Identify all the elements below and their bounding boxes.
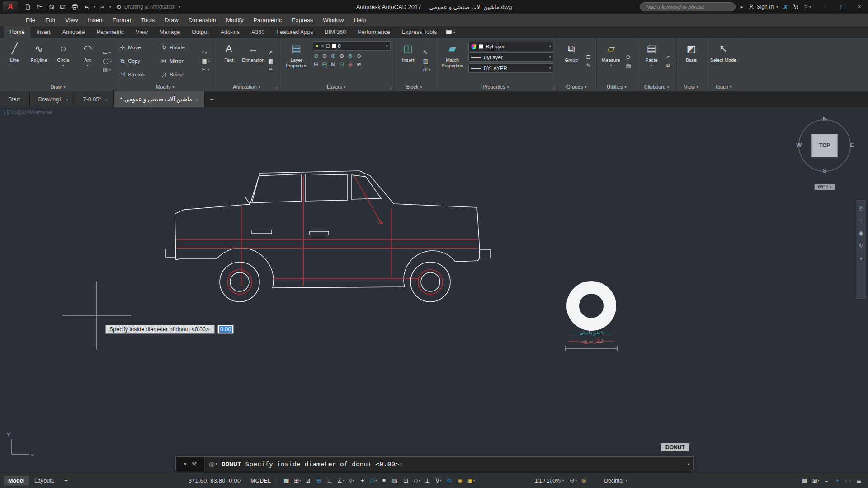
tab-parametric[interactable]: Parametric	[91, 26, 130, 38]
save-icon[interactable]	[46, 2, 57, 12]
search-go-icon[interactable]: ▸	[741, 4, 743, 10]
panel-title-touch[interactable]: Touch▾	[706, 82, 741, 91]
ribbon-display-toggle[interactable]: ▾	[446, 26, 455, 38]
panel-title-modify[interactable]: Modify▾	[116, 82, 214, 91]
open-icon[interactable]	[34, 2, 45, 12]
close-button[interactable]: ×	[851, 0, 868, 14]
active-drawing-tab[interactable]: * ماشین آلات صنعتی و عمومی ×	[114, 91, 205, 107]
save-as-icon[interactable]	[58, 2, 68, 12]
layer-unlock-icon[interactable]: ⊠	[330, 61, 335, 68]
object-color-dropdown[interactable]: ByLayer ▾	[468, 42, 553, 51]
insert-button[interactable]: ◫Insert	[396, 40, 420, 82]
panel-title-properties[interactable]: Properties▾◿	[435, 82, 556, 91]
menu-item[interactable]: Modify	[221, 14, 248, 26]
menu-item[interactable]: Edit	[40, 14, 60, 26]
tab-annotate[interactable]: Annotate	[57, 26, 91, 38]
panel-title-annotation[interactable]: Annotation▾◿	[214, 82, 278, 91]
gizmo-icon[interactable]: ↻	[444, 475, 454, 486]
sign-in-button[interactable]: Sign In ▾	[748, 4, 778, 10]
start-tab[interactable]: Start	[0, 91, 30, 107]
layer-lock-tool-icon[interactable]: ⊛	[339, 52, 344, 59]
model-tab[interactable]: Model	[4, 476, 29, 486]
viewcube-top-face[interactable]: TOP	[811, 134, 838, 157]
layer-isolate-icon[interactable]: ⊙	[322, 52, 327, 59]
panel-launcher-icon[interactable]: ◿	[275, 86, 277, 90]
tab-a360[interactable]: A360	[245, 26, 270, 38]
quick-properties-icon[interactable]: ▤	[800, 475, 810, 486]
drawing1-tab[interactable]: Drawing1 ×	[30, 91, 75, 107]
copy-to-clipboard-icon[interactable]: ⧉	[666, 62, 672, 69]
measure-button[interactable]: ▱Measure▾	[599, 40, 623, 82]
model-space-toggle[interactable]: MODEL	[247, 476, 274, 485]
group-edit-icon[interactable]: ✎	[586, 62, 592, 69]
transparency-icon[interactable]: ▨	[390, 475, 400, 486]
drawing-area[interactable]: [-][Top][2D Wireframe]	[0, 107, 868, 473]
search-input[interactable]	[645, 4, 731, 9]
zoom-icon[interactable]: ◉	[859, 230, 863, 236]
model-space-canvas[interactable]: قطر داخلی قطر بیرونی Y ×	[0, 107, 868, 473]
arc-button[interactable]: ◠Arc▾	[76, 40, 99, 82]
circle-button[interactable]: ○Circle▾	[52, 40, 75, 82]
help-search-box[interactable]	[640, 2, 736, 11]
menu-item[interactable]: Parametric	[248, 14, 287, 26]
plot-icon[interactable]	[70, 2, 80, 12]
selection-cycling-icon[interactable]: ⊡	[401, 475, 411, 486]
tab-performance[interactable]: Performance	[352, 26, 396, 38]
text-button[interactable]: AText	[217, 40, 241, 82]
menu-item[interactable]: Help	[349, 14, 371, 26]
tab-add-ins[interactable]: Add-ins	[215, 26, 245, 38]
layer-states-icon[interactable]: ≋	[356, 61, 361, 68]
base-view-button[interactable]: ◩Base	[679, 40, 703, 82]
menu-item[interactable]: Draw	[160, 14, 183, 26]
linetype-dropdown[interactable]: BYLAYER ▾	[468, 63, 553, 73]
units-button[interactable]: Decimal▾	[601, 478, 630, 484]
menu-item[interactable]: Express	[287, 14, 318, 26]
redo-icon[interactable]	[97, 2, 108, 12]
command-close-button[interactable]: ×	[184, 460, 187, 467]
new-drawing-icon[interactable]	[23, 2, 33, 12]
annotation-monitor-icon[interactable]: ⊛	[579, 475, 589, 486]
drawing-7-8-tab[interactable]: 7-8.05* ×	[75, 91, 114, 107]
tab-bim-360[interactable]: BIM 360	[319, 26, 352, 38]
tab-express-tools[interactable]: Express Tools	[396, 26, 443, 38]
panel-launcher-icon[interactable]: ◿	[552, 86, 555, 90]
layer-thaw-icon[interactable]: ⊟	[322, 61, 327, 68]
layer-freeze-tool-icon[interactable]: ⊚	[330, 52, 335, 59]
minimize-button[interactable]: –	[816, 0, 834, 14]
wcs-dropdown[interactable]: WCS▾	[815, 184, 835, 190]
layer-match-icon[interactable]: ⊜	[348, 52, 353, 59]
array-tool-icon[interactable]: ▦▾	[202, 58, 210, 64]
lock-ui-icon[interactable]: ⊠▾	[811, 475, 821, 486]
layer-walk-icon[interactable]: ⊞	[314, 61, 319, 68]
viewcube-east[interactable]: E	[850, 141, 854, 148]
3d-object-snap-icon[interactable]: ◇▾	[411, 475, 422, 486]
customization-icon[interactable]: ≣	[854, 475, 864, 486]
panel-title-draw[interactable]: Draw▾	[0, 82, 116, 91]
redo-caret-icon[interactable]: ▾	[109, 5, 112, 9]
create-block-icon[interactable]: ⊞▾	[423, 66, 431, 73]
id-point-icon[interactable]: ⊙	[626, 54, 632, 60]
panel-title-groups[interactable]: Groups▾	[557, 82, 596, 91]
quick-calculator-icon[interactable]: ▦	[626, 62, 632, 69]
undo-caret-icon[interactable]: ▾	[93, 5, 96, 9]
menu-item[interactable]: File	[21, 14, 40, 26]
panel-title-utilities[interactable]: Utilities▾	[597, 82, 637, 91]
leader-tool-icon[interactable]: ↗	[268, 49, 274, 56]
menu-item[interactable]: Dimension	[184, 14, 221, 26]
new-layout-button[interactable]: +	[60, 476, 72, 486]
tab-insert[interactable]: Insert	[30, 26, 56, 38]
tab-close-icon[interactable]: ×	[105, 97, 108, 102]
recent-commands-toggle-icon[interactable]: ▴	[687, 461, 689, 466]
layer-dropdown[interactable]: ●☼◻ 0 ▾	[313, 41, 391, 51]
scale-button[interactable]: ◿Scale	[160, 71, 198, 78]
layout1-tab[interactable]: Layout1	[30, 476, 59, 486]
group-button[interactable]: ⧉Group	[559, 40, 583, 82]
undo-icon[interactable]	[81, 2, 92, 12]
panel-launcher-icon[interactable]: ◿	[389, 86, 392, 90]
layer-delete-icon[interactable]: ⊗	[348, 61, 353, 68]
select-mode-button[interactable]: ↖Select Mode	[709, 40, 738, 82]
panel-title-view[interactable]: View▾	[677, 82, 706, 91]
command-prompt-text[interactable]: DONUTSpecify inside diameter of donut <0…	[222, 460, 403, 468]
annotation-visibility-icon[interactable]: ◉	[455, 475, 465, 486]
viewcube-west[interactable]: W	[796, 141, 802, 148]
